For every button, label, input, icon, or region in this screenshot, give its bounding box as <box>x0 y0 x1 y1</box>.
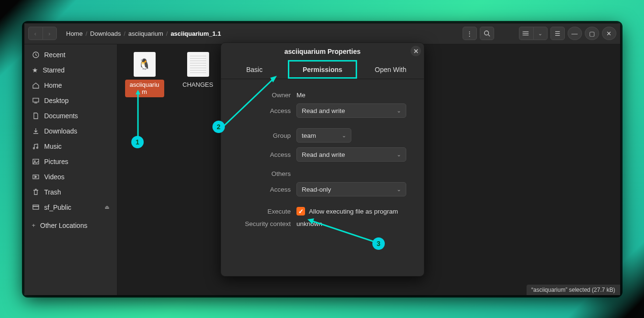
file-label: CHANGES <box>180 80 215 90</box>
sidebar-item-documents[interactable]: Documents <box>24 108 117 123</box>
dialog-tabs: Basic Permissions Open With <box>221 60 424 79</box>
view-list-button[interactable] <box>519 27 533 40</box>
dialog-title: asciiquarium Properties <box>285 48 361 55</box>
close-button[interactable]: ✕ <box>602 27 616 40</box>
sidebar-item-other-locations[interactable]: +Other Locations <box>24 218 117 233</box>
owner-label: Owner <box>230 92 296 99</box>
location-options-button[interactable]: ⋮ <box>463 27 477 40</box>
eject-icon[interactable]: ⏏ <box>105 204 109 210</box>
execute-text: Allow executing file as program <box>309 208 398 215</box>
owner-access-select[interactable]: Read and write⌄ <box>296 103 406 118</box>
svg-line-1 <box>488 35 490 37</box>
others-access-label: Access <box>230 186 296 193</box>
owner-access-label: Access <box>230 107 296 114</box>
tab-permissions[interactable]: Permissions <box>288 60 358 79</box>
sidebar-item-pictures[interactable]: Pictures <box>24 154 117 169</box>
tab-open-with[interactable]: Open With <box>357 60 424 79</box>
dialog-close-button[interactable]: ✕ <box>411 46 421 56</box>
back-button[interactable]: ‹ <box>28 27 42 40</box>
sidebar-item-starred[interactable]: ★Starred <box>24 62 117 78</box>
search-button[interactable] <box>480 27 494 40</box>
group-select[interactable]: team⌄ <box>296 128 351 143</box>
svg-rect-9 <box>33 98 39 102</box>
file-icon-text <box>187 52 209 77</box>
file-item[interactable]: CHANGES <box>179 52 218 90</box>
view-dropdown-button[interactable]: ⌄ <box>533 27 548 40</box>
file-item-selected[interactable]: 🐧 asciiquarium <box>125 52 164 97</box>
execute-checkbox[interactable]: ✓ <box>296 207 305 215</box>
breadcrumb-item[interactable]: asciiquarium <box>128 30 163 37</box>
sidebar: Recent ★Starred Home Desktop Documents D… <box>24 44 117 295</box>
svg-rect-16 <box>33 206 39 209</box>
callout-1: 1 <box>131 136 144 148</box>
owner-value: Me <box>296 92 415 99</box>
group-label: Group <box>230 132 296 139</box>
others-access-select[interactable]: Read-only⌄ <box>296 182 406 196</box>
svg-point-5 <box>523 31 523 32</box>
file-icon-script: 🐧 <box>134 52 156 77</box>
execute-label: Execute <box>230 208 296 215</box>
breadcrumb[interactable]: Home / Downloads / asciiquarium / asciiq… <box>60 30 460 37</box>
maximize-button[interactable]: ▢ <box>585 27 599 40</box>
group-access-label: Access <box>230 151 296 158</box>
group-access-select[interactable]: Read and write⌄ <box>296 147 406 162</box>
breadcrumb-item[interactable]: Downloads <box>90 30 121 37</box>
properties-dialog: asciiquarium Properties ✕ Basic Permissi… <box>221 42 424 277</box>
sidebar-item-sf-public[interactable]: sf_Public⏏ <box>24 200 117 215</box>
sidebar-item-music[interactable]: Music <box>24 139 117 154</box>
tab-basic[interactable]: Basic <box>221 60 288 79</box>
svg-point-7 <box>523 35 523 35</box>
callout-2: 2 <box>212 121 225 133</box>
minimize-button[interactable]: — <box>568 27 582 40</box>
svg-point-14 <box>34 161 35 162</box>
toolbar: ‹ › Home / Downloads / asciiquarium / as… <box>24 23 620 44</box>
sidebar-item-trash[interactable]: Trash <box>24 185 117 200</box>
breadcrumb-home[interactable]: Home <box>64 30 83 37</box>
svg-point-11 <box>33 147 34 149</box>
hamburger-menu-button[interactable]: ☰ <box>550 27 565 40</box>
svg-point-12 <box>36 147 38 148</box>
breadcrumb-current: asciiquarium_1.1 <box>170 30 221 37</box>
sidebar-item-desktop[interactable]: Desktop <box>24 93 117 108</box>
sidebar-item-home[interactable]: Home <box>24 78 117 93</box>
security-context-label: Security context <box>230 220 296 227</box>
dialog-title-bar: asciiquarium Properties ✕ <box>221 43 424 60</box>
svg-point-0 <box>484 31 488 35</box>
others-label: Others <box>230 170 296 177</box>
file-label: asciiquarium <box>125 80 164 97</box>
status-bar: “asciiquarium” selected (27.7 kB) <box>527 285 620 295</box>
svg-rect-17 <box>33 205 39 206</box>
callout-3: 3 <box>372 237 385 250</box>
security-context-value: unknown <box>296 220 415 227</box>
svg-point-6 <box>523 33 523 34</box>
sidebar-item-downloads[interactable]: Downloads <box>24 123 117 139</box>
forward-button[interactable]: › <box>42 27 57 40</box>
sidebar-item-recent[interactable]: Recent <box>24 47 117 62</box>
sidebar-item-videos[interactable]: Videos <box>24 169 117 185</box>
